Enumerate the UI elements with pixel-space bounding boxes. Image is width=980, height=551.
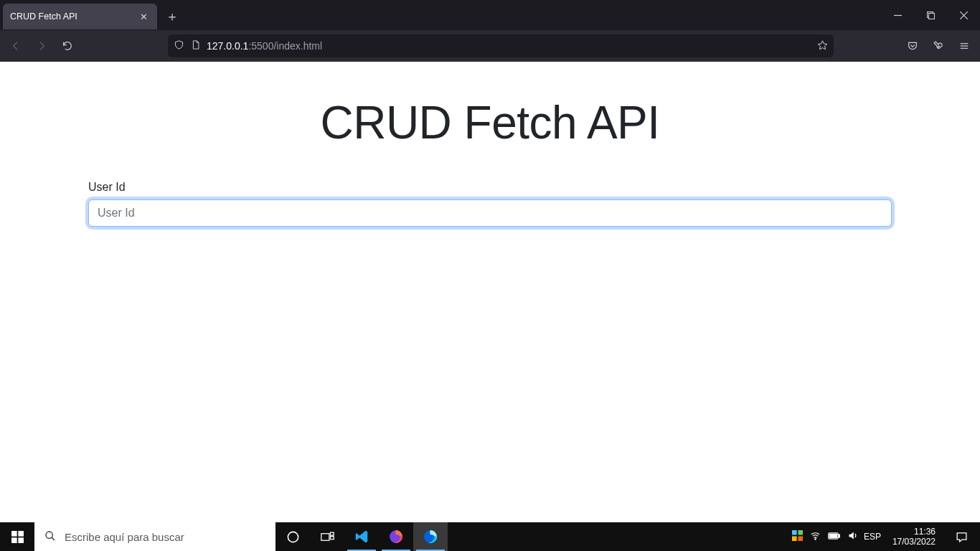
language-indicator[interactable]: ESP bbox=[864, 532, 881, 542]
browser-tab-label: CRUD Fetch API bbox=[10, 11, 137, 22]
back-button[interactable] bbox=[4, 34, 27, 57]
taskbar-search-placeholder: Escribe aquí para buscar bbox=[65, 531, 184, 543]
forward-button[interactable] bbox=[30, 34, 53, 57]
firefox-icon-1[interactable] bbox=[379, 522, 413, 551]
taskbar-date: 17/03/2022 bbox=[892, 537, 936, 547]
svg-line-14 bbox=[52, 537, 55, 540]
taskbar-tray: ESP 11:36 17/03/2022 bbox=[788, 522, 980, 551]
page-content: CRUD Fetch API User Id bbox=[0, 62, 980, 551]
close-window-button[interactable] bbox=[947, 0, 980, 30]
svg-rect-11 bbox=[11, 537, 17, 543]
close-tab-icon[interactable]: ✕ bbox=[137, 10, 150, 23]
browser-titlebar: CRUD Fetch API ✕ ＋ bbox=[0, 0, 980, 30]
address-bar[interactable]: 127.0.0.1:5500/index.html bbox=[168, 34, 834, 57]
svg-rect-27 bbox=[839, 534, 839, 537]
svg-rect-9 bbox=[11, 531, 17, 537]
window-controls bbox=[881, 0, 980, 30]
browser-toolbar: 127.0.0.1:5500/index.html bbox=[0, 30, 980, 62]
svg-rect-18 bbox=[330, 536, 334, 539]
page-icon bbox=[190, 39, 201, 52]
svg-rect-28 bbox=[829, 534, 837, 538]
svg-rect-12 bbox=[18, 537, 24, 543]
svg-rect-24 bbox=[798, 536, 803, 541]
taskbar-search[interactable]: Escribe aquí para buscar bbox=[34, 522, 275, 551]
userid-label: User Id bbox=[88, 181, 892, 194]
notifications-icon[interactable] bbox=[947, 531, 976, 543]
page-title: CRUD Fetch API bbox=[88, 96, 892, 149]
taskbar-time: 11:36 bbox=[892, 527, 936, 537]
svg-rect-17 bbox=[330, 532, 334, 535]
new-tab-button[interactable]: ＋ bbox=[161, 6, 183, 27]
search-icon bbox=[44, 530, 56, 544]
maximize-button[interactable] bbox=[914, 0, 947, 30]
browser-window: CRUD Fetch API ✕ ＋ bbox=[0, 0, 980, 551]
wifi-icon[interactable] bbox=[810, 530, 821, 543]
minimize-button[interactable] bbox=[881, 0, 914, 30]
task-view-icon[interactable] bbox=[310, 522, 344, 551]
svg-rect-21 bbox=[792, 530, 797, 535]
cortana-icon[interactable] bbox=[275, 522, 310, 551]
svg-marker-5 bbox=[818, 41, 827, 50]
userid-input[interactable] bbox=[88, 199, 892, 227]
tray-icons[interactable] bbox=[792, 530, 858, 543]
battery-icon[interactable] bbox=[828, 532, 840, 542]
volume-icon[interactable] bbox=[847, 530, 858, 543]
taskbar-apps bbox=[275, 522, 448, 551]
svg-point-25 bbox=[815, 539, 816, 540]
url-host: 127.0.0.1 bbox=[207, 40, 248, 52]
windows-taskbar: Escribe aquí para buscar bbox=[0, 522, 980, 551]
firefox-icon-2[interactable] bbox=[413, 522, 448, 551]
taskbar-clock[interactable]: 11:36 17/03/2022 bbox=[887, 527, 941, 547]
reload-button[interactable] bbox=[56, 34, 79, 57]
vscode-icon[interactable] bbox=[344, 522, 379, 551]
svg-rect-10 bbox=[18, 531, 24, 537]
svg-rect-22 bbox=[798, 530, 803, 535]
menu-button[interactable] bbox=[953, 34, 976, 57]
wrench-icon[interactable] bbox=[927, 34, 950, 57]
security-icon[interactable] bbox=[792, 530, 803, 543]
shield-icon bbox=[174, 39, 184, 52]
svg-rect-16 bbox=[321, 533, 329, 540]
svg-point-13 bbox=[46, 532, 52, 538]
svg-rect-2 bbox=[928, 13, 934, 19]
url-text: 127.0.0.1:5500/index.html bbox=[207, 40, 322, 52]
pocket-icon[interactable] bbox=[901, 34, 924, 57]
browser-tabs: CRUD Fetch API ✕ ＋ bbox=[0, 0, 881, 30]
svg-point-15 bbox=[288, 532, 298, 542]
svg-rect-23 bbox=[792, 536, 797, 541]
bookmark-icon[interactable] bbox=[817, 39, 828, 52]
browser-tab[interactable]: CRUD Fetch API ✕ bbox=[3, 4, 157, 29]
start-button[interactable] bbox=[0, 522, 34, 551]
url-path: :5500/index.html bbox=[248, 40, 322, 52]
